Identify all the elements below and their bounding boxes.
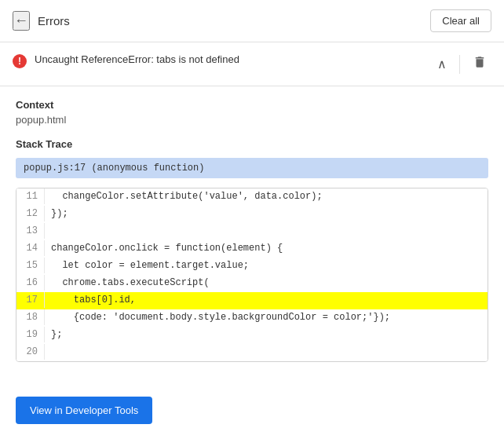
line-content: changeColor.onclick = function(element) … — [45, 240, 488, 256]
actions-divider — [459, 55, 460, 74]
dev-tools-button[interactable]: View in Developer Tools — [16, 397, 152, 424]
footer: View in Developer Tools — [0, 387, 504, 437]
line-content: chrome.tabs.executeScript( — [45, 275, 488, 291]
line-content: tabs[0].id, — [45, 292, 488, 308]
line-number: 11 — [16, 188, 45, 204]
line-content: }; — [45, 327, 488, 342]
error-left: ! Uncaught ReferenceError: tabs is not d… — [13, 53, 433, 68]
line-content: {code: 'document.body.style.backgroundCo… — [45, 309, 488, 325]
code-line: 16 chrome.tabs.executeScript( — [16, 275, 488, 292]
context-title: Context — [16, 99, 488, 111]
line-content — [45, 344, 488, 349]
code-line: 17 tabs[0].id, — [16, 292, 488, 309]
code-line: 11 changeColor.setAttribute('value', dat… — [16, 188, 488, 206]
line-number: 14 — [16, 240, 45, 256]
line-number: 18 — [16, 309, 45, 325]
delete-button[interactable] — [468, 53, 491, 75]
line-number: 16 — [16, 275, 45, 291]
line-number: 19 — [16, 327, 45, 342]
context-value: popup.html — [16, 114, 488, 126]
error-actions: ∧ — [433, 53, 491, 75]
clear-all-button[interactable]: Clear all — [430, 9, 491, 32]
line-number: 20 — [16, 344, 45, 360]
line-number: 13 — [16, 223, 45, 239]
line-content: let color = element.target.value; — [45, 258, 488, 273]
line-content: changeColor.setAttribute('value', data.c… — [45, 188, 488, 204]
error-message: Uncaught ReferenceError: tabs is not def… — [35, 53, 239, 65]
header: ← Errors Clear all — [0, 0, 504, 42]
content: Context popup.html Stack Trace popup.js:… — [0, 86, 504, 387]
code-line: 18 {code: 'document.body.style.backgroun… — [16, 309, 488, 327]
line-content: }); — [45, 206, 488, 221]
code-line: 19}; — [16, 327, 488, 344]
page-title: Errors — [38, 14, 70, 27]
header-left: ← Errors — [13, 11, 70, 31]
code-line: 13 — [16, 223, 488, 240]
error-icon: ! — [13, 54, 27, 68]
expand-button[interactable]: ∧ — [433, 55, 451, 73]
back-button[interactable]: ← — [13, 11, 30, 31]
code-line: 20 — [16, 344, 488, 361]
code-line: 12}); — [16, 206, 488, 223]
code-line: 15 let color = element.target.value; — [16, 258, 488, 275]
stack-trace-bar: popup.js:17 (anonymous function) — [16, 158, 488, 178]
line-number: 12 — [16, 206, 45, 221]
code-line: 14changeColor.onclick = function(element… — [16, 240, 488, 258]
line-number: 17 — [16, 292, 45, 308]
code-scroll[interactable]: 11 changeColor.setAttribute('value', dat… — [16, 188, 488, 361]
stack-trace-title: Stack Trace — [16, 138, 488, 150]
line-content — [45, 223, 488, 228]
code-block: 11 changeColor.setAttribute('value', dat… — [16, 188, 488, 362]
error-item: ! Uncaught ReferenceError: tabs is not d… — [0, 42, 504, 86]
line-number: 15 — [16, 258, 45, 273]
